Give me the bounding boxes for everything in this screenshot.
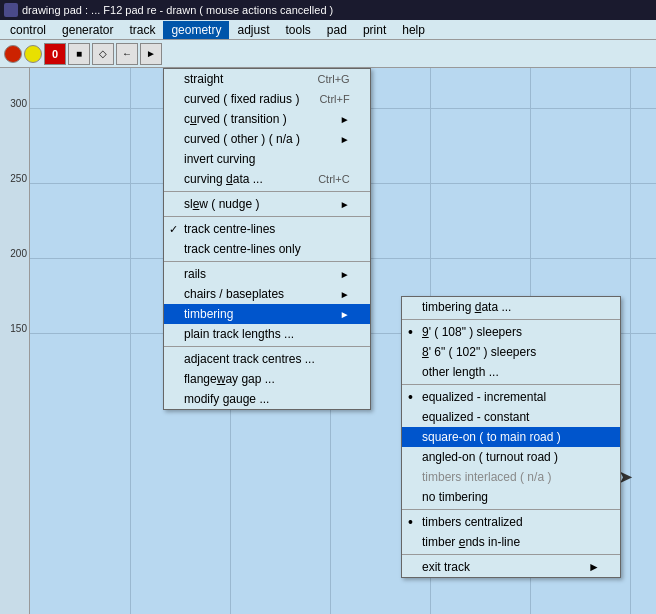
- submenu-square-on[interactable]: square-on ( to main road ): [402, 427, 620, 447]
- toolbar: 0 ■ ◇ ← ►: [0, 40, 656, 68]
- menu-curved-other[interactable]: curved ( other ) ( n/a ) ►: [164, 129, 370, 149]
- toolbar-btn-4[interactable]: ■: [68, 43, 90, 65]
- menu-adjust[interactable]: adjust: [229, 21, 277, 39]
- toolbar-btn-7[interactable]: ►: [140, 43, 162, 65]
- ruler-mark-300: 300: [10, 98, 27, 109]
- menu-straight[interactable]: straight Ctrl+G: [164, 69, 370, 89]
- menu-slew-nudge[interactable]: slew ( nudge ) ►: [164, 194, 370, 214]
- separator-3: [164, 261, 370, 262]
- title-text: drawing pad : ... F12 pad re - drawn ( m…: [22, 4, 333, 16]
- menu-curving-data[interactable]: curving data ... Ctrl+C: [164, 169, 370, 189]
- menu-adjacent-track-centres[interactable]: adjacent track centres ...: [164, 349, 370, 369]
- submenu-sep-4: [402, 554, 620, 555]
- menu-rails[interactable]: rails ►: [164, 264, 370, 284]
- menu-control[interactable]: control: [2, 21, 54, 39]
- submenu-sep-1: [402, 319, 620, 320]
- geometry-menu: straight Ctrl+G curved ( fixed radius ) …: [163, 68, 371, 410]
- grid-v-6: [630, 68, 631, 614]
- timbering-submenu: timbering data ... • 9' ( 108" ) sleeper…: [401, 296, 621, 578]
- menu-tools[interactable]: tools: [277, 21, 318, 39]
- submenu-exit-track[interactable]: exit track ►: [402, 557, 620, 577]
- menu-help[interactable]: help: [394, 21, 433, 39]
- title-bar: drawing pad : ... F12 pad re - drawn ( m…: [0, 0, 656, 20]
- menu-chairs-baseplates[interactable]: chairs / baseplates ►: [164, 284, 370, 304]
- ruler-mark-250: 250: [10, 173, 27, 184]
- ruler-mark-200: 200: [10, 248, 27, 259]
- grid-v-1: [130, 68, 131, 614]
- menu-geometry[interactable]: geometry: [163, 21, 229, 39]
- menu-generator[interactable]: generator: [54, 21, 121, 39]
- drawing-area: 300 250 200 150 straight Ctrl+G curved (…: [0, 68, 656, 614]
- menu-curved-transition[interactable]: curved ( transition ) ►: [164, 109, 370, 129]
- submenu-angled-on[interactable]: angled-on ( turnout road ): [402, 447, 620, 467]
- submenu-8ft6in-sleepers[interactable]: 8' 6" ( 102" ) sleepers: [402, 342, 620, 362]
- menu-modify-gauge[interactable]: modify gauge ...: [164, 389, 370, 409]
- menu-plain-track-lengths[interactable]: plain track lengths ...: [164, 324, 370, 344]
- menu-track[interactable]: track: [121, 21, 163, 39]
- menu-bar: control generator track geometry adjust …: [0, 20, 656, 40]
- submenu-no-timbering[interactable]: no timbering: [402, 487, 620, 507]
- menu-timbering[interactable]: timbering ►: [164, 304, 370, 324]
- toolbar-btn-5[interactable]: ◇: [92, 43, 114, 65]
- toolbar-btn-6[interactable]: ←: [116, 43, 138, 65]
- submenu-equalized-incremental[interactable]: • equalized - incremental: [402, 387, 620, 407]
- submenu-equalized-constant[interactable]: equalized - constant: [402, 407, 620, 427]
- submenu-sep-2: [402, 384, 620, 385]
- submenu-9ft-sleepers[interactable]: • 9' ( 108" ) sleepers: [402, 322, 620, 342]
- app-icon: [4, 3, 18, 17]
- submenu-other-length[interactable]: other length ...: [402, 362, 620, 382]
- toolbar-btn-2[interactable]: [24, 45, 42, 63]
- separator-2: [164, 216, 370, 217]
- separator-1: [164, 191, 370, 192]
- submenu-timbers-centralized[interactable]: • timbers centralized: [402, 512, 620, 532]
- menu-invert-curving[interactable]: invert curving: [164, 149, 370, 169]
- submenu-timbering-data[interactable]: timbering data ...: [402, 297, 620, 317]
- ruler-mark-150: 150: [10, 323, 27, 334]
- ruler-left: 300 250 200 150: [0, 68, 30, 614]
- menu-track-centre-lines[interactable]: ✓ track centre-lines: [164, 219, 370, 239]
- menu-curved-fixed[interactable]: curved ( fixed radius ) Ctrl+F: [164, 89, 370, 109]
- submenu-sep-3: [402, 509, 620, 510]
- menu-pad[interactable]: pad: [319, 21, 355, 39]
- toolbar-btn-1[interactable]: [4, 45, 22, 63]
- toolbar-btn-3[interactable]: 0: [44, 43, 66, 65]
- menu-print[interactable]: print: [355, 21, 394, 39]
- submenu-timber-ends-inline[interactable]: timber ends in-line: [402, 532, 620, 552]
- separator-4: [164, 346, 370, 347]
- menu-flangeway-gap[interactable]: flangeway gap ...: [164, 369, 370, 389]
- menu-track-centre-lines-only[interactable]: track centre-lines only: [164, 239, 370, 259]
- submenu-timbers-interlaced: timbers interlaced ( n/a ): [402, 467, 620, 487]
